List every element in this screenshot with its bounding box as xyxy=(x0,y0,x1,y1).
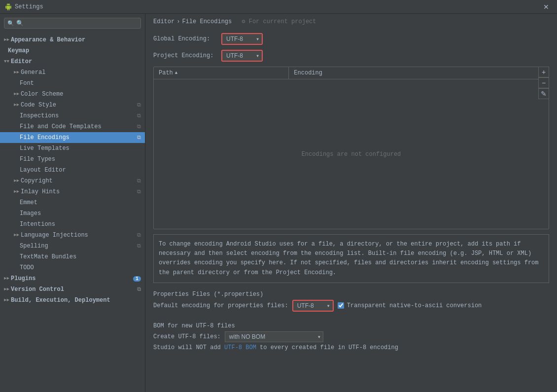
triangle-icon: ► xyxy=(14,189,19,194)
sidebar-item-intentions[interactable]: Intentions xyxy=(0,219,145,230)
copy-icon: ⧉ xyxy=(137,113,141,119)
triangle-icon: ► xyxy=(14,178,19,183)
triangle-icon: ► xyxy=(14,233,19,238)
sidebar-item-live-templates[interactable]: Live Templates xyxy=(0,143,145,154)
android-icon xyxy=(5,3,12,10)
sidebar-item-label: Inlay Hints xyxy=(21,188,60,195)
sidebar-item-plugins[interactable]: ► Plugins 1 xyxy=(0,273,145,284)
sidebar-item-label: Intentions xyxy=(20,221,55,228)
plugins-badge: 1 xyxy=(133,276,141,282)
sidebar-item-emmet[interactable]: Emmet xyxy=(0,197,145,208)
global-encoding-row: Global Encoding: UTF-8 xyxy=(153,33,549,45)
copy-icon: ⧉ xyxy=(137,102,141,108)
breadcrumb-page: File Encodings xyxy=(182,18,232,25)
sidebar-item-label: File and Code Templates xyxy=(20,123,102,130)
sidebar-item-label: Keymap xyxy=(8,47,29,54)
sidebar-item-file-code-templates[interactable]: File and Code Templates ⧉ xyxy=(0,121,145,132)
bom-row: Create UTF-8 files: with NO BOM xyxy=(153,331,549,342)
bom-note: Studio will NOT add UTF-8 BOM to every c… xyxy=(153,344,549,351)
search-input[interactable] xyxy=(16,20,138,27)
bom-section: BOM for new UTF-8 files Create UTF-8 fil… xyxy=(153,320,549,351)
copy-icon: ⧉ xyxy=(137,124,141,130)
triangle-icon: ► xyxy=(4,276,9,281)
sidebar-item-label: TODO xyxy=(20,264,34,271)
main-panel: Editor › File Encodings ⚙ For current pr… xyxy=(145,14,557,392)
sidebar-item-images[interactable]: Images xyxy=(0,208,145,219)
sidebar-item-label: Copyright xyxy=(21,178,53,184)
sidebar-item-file-types[interactable]: File Types xyxy=(0,154,145,165)
project-encoding-select[interactable]: UTF-8 xyxy=(222,51,262,61)
triangle-icon: ▼ xyxy=(4,59,9,64)
sidebar-item-textmate-bundles[interactable]: TextMate Bundles xyxy=(0,251,145,262)
bom-select[interactable]: with NO BOM xyxy=(225,331,323,342)
encoding-table: Path ▲ Encoding Encodings are not config… xyxy=(153,67,549,229)
sidebar-item-appearance[interactable]: ► Appearance & Behavior xyxy=(0,35,145,45)
pencil-icon: ✎ xyxy=(541,90,547,98)
transparent-checkbox[interactable] xyxy=(338,302,344,309)
sidebar-item-label: File Types xyxy=(20,156,55,163)
sidebar-item-label: Appearance & Behavior xyxy=(11,36,85,43)
bom-title: BOM for new UTF-8 files xyxy=(153,322,549,329)
col-path: Path ▲ xyxy=(154,67,289,79)
table-actions: + − ✎ xyxy=(538,67,549,99)
remove-encoding-button[interactable]: − xyxy=(538,77,549,88)
triangle-icon: ► xyxy=(4,37,9,42)
global-encoding-label: Global Encoding: xyxy=(153,36,217,42)
properties-title: Properties Files (*.properties) xyxy=(153,291,549,298)
copy-icon: ⧉ xyxy=(137,232,141,238)
window-title: Settings xyxy=(15,3,43,10)
sidebar-item-label: Layout Editor xyxy=(20,167,66,174)
sidebar-item-version-control[interactable]: ► Version Control ⧉ xyxy=(0,284,145,295)
props-row: Default encoding for properties files: U… xyxy=(153,300,549,312)
sidebar-item-build[interactable]: ► Build, Execution, Deployment xyxy=(0,295,145,306)
project-encoding-select-wrapper[interactable]: UTF-8 xyxy=(221,50,263,62)
sidebar-item-label: Color Scheme xyxy=(21,91,63,98)
add-encoding-button[interactable]: + xyxy=(538,67,549,77)
sidebar-item-spelling[interactable]: Spelling ⧉ xyxy=(0,241,145,251)
sidebar-item-font[interactable]: Font xyxy=(0,78,145,89)
props-encoding-select-wrapper[interactable]: UTF-8 xyxy=(292,300,334,312)
copy-icon: ⧉ xyxy=(137,135,141,141)
bom-note-highlight: UTF-8 BOM xyxy=(224,344,256,351)
panel-body: Global Encoding: UTF-8 Project Encoding:… xyxy=(145,29,557,392)
bom-note-prefix: Studio will NOT add xyxy=(153,344,224,351)
default-encoding-label: Default encoding for properties files: xyxy=(153,302,288,309)
global-encoding-select-wrapper[interactable]: UTF-8 xyxy=(221,33,263,45)
sidebar-item-label: Images xyxy=(20,210,41,217)
bom-select-wrapper[interactable]: with NO BOM xyxy=(225,331,323,342)
transparent-label: Transparent native-to-ascii conversion xyxy=(347,302,482,309)
sidebar-item-label: File Encodings xyxy=(20,134,70,141)
sidebar-item-todo[interactable]: TODO xyxy=(0,262,145,273)
breadcrumb-separator: › xyxy=(176,18,180,25)
sidebar-item-copyright[interactable]: ► Copyright ⧉ xyxy=(0,176,145,186)
sidebar-item-general[interactable]: ► General xyxy=(0,67,145,78)
sidebar-item-code-style[interactable]: ► Code Style ⧉ xyxy=(0,100,145,110)
sidebar-item-color-scheme[interactable]: ► Color Scheme xyxy=(0,89,145,100)
edit-encoding-button[interactable]: ✎ xyxy=(538,88,549,99)
transparent-checkbox-row: Transparent native-to-ascii conversion xyxy=(338,302,482,309)
sidebar-item-editor[interactable]: ▼ Editor xyxy=(0,56,145,67)
sidebar-item-layout-editor[interactable]: Layout Editor xyxy=(0,165,145,176)
table-body: Encodings are not configured xyxy=(154,79,549,229)
sidebar-item-label: General xyxy=(21,69,45,76)
copy-icon: ⧉ xyxy=(137,189,141,195)
sidebar-item-file-encodings[interactable]: File Encodings ⧉ xyxy=(0,132,145,143)
sidebar-item-inlay-hints[interactable]: ► Inlay Hints ⧉ xyxy=(0,186,145,197)
global-encoding-select[interactable]: UTF-8 xyxy=(222,34,262,44)
search-box[interactable]: 🔍 xyxy=(4,18,141,29)
properties-section: Properties Files (*.properties) Default … xyxy=(153,288,549,312)
sidebar-item-label: TextMate Bundles xyxy=(20,253,76,260)
triangle-icon: ► xyxy=(4,287,9,292)
sidebar-item-label: Code Style xyxy=(21,102,56,108)
close-button[interactable]: ✕ xyxy=(540,2,552,12)
copy-icon: ⧉ xyxy=(137,243,141,249)
copy-icon: ⧉ xyxy=(137,178,141,184)
sidebar-item-inspections[interactable]: Inspections ⧉ xyxy=(0,110,145,121)
nav-tree: ► Appearance & Behavior Keymap ▼ Editor … xyxy=(0,33,145,392)
triangle-icon: ► xyxy=(14,103,19,107)
sidebar-item-language-injections[interactable]: ► Language Injections ⧉ xyxy=(0,230,145,241)
project-encoding-label: Project Encoding: xyxy=(153,52,217,59)
sidebar-item-keymap[interactable]: Keymap xyxy=(0,45,145,56)
search-icon: 🔍 xyxy=(7,20,14,27)
props-encoding-select[interactable]: UTF-8 xyxy=(293,301,333,311)
